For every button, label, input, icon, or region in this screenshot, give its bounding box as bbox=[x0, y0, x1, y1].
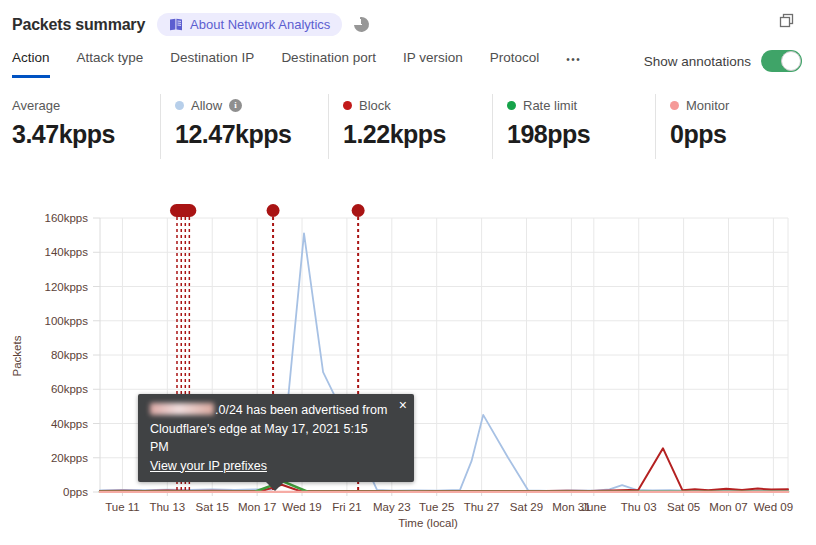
tab-action[interactable]: Action bbox=[12, 50, 50, 78]
tab-protocol[interactable]: Protocol bbox=[490, 50, 540, 78]
info-icon[interactable]: i bbox=[229, 99, 242, 112]
show-annotations-label: Show annotations bbox=[644, 54, 751, 69]
y-tick-label: 20kpps bbox=[51, 452, 88, 464]
y-tick-label: 120kpps bbox=[45, 281, 89, 293]
x-tick-label: Sat 29 bbox=[510, 501, 543, 513]
stat-label: Monitor bbox=[686, 98, 729, 113]
view-ip-prefixes-link[interactable]: View your IP prefixes bbox=[150, 459, 267, 473]
y-axis-title: Packets bbox=[11, 335, 23, 376]
more-tabs-button[interactable]: ••• bbox=[566, 50, 581, 78]
tooltip-line-2: Cloudflare's edge at May 17, 2021 5:15 P… bbox=[150, 420, 388, 457]
toggle-knob bbox=[781, 51, 801, 71]
stat-label: Block bbox=[359, 98, 391, 113]
page-header: Packets summary About Network Analytics bbox=[0, 0, 816, 36]
stat-label: Rate limit bbox=[523, 98, 577, 113]
stat-value: 12.47kpps bbox=[175, 120, 320, 149]
stat-value: 1.22kpps bbox=[343, 120, 484, 149]
x-tick-label: Wed 09 bbox=[754, 501, 793, 513]
tab-destination-ip[interactable]: Destination IP bbox=[170, 50, 254, 78]
annotation-marker[interactable] bbox=[267, 204, 280, 217]
x-tick-label: Thu 13 bbox=[149, 501, 185, 513]
stat-monitor: Monitor 0pps bbox=[655, 94, 800, 159]
redacted-ip-prefix bbox=[150, 403, 214, 415]
x-tick-label: Thu 27 bbox=[464, 501, 500, 513]
y-tick-label: 0pps bbox=[63, 486, 88, 498]
x-tick-label: Wed 19 bbox=[282, 501, 321, 513]
x-tick-label: Tue 11 bbox=[105, 501, 140, 513]
tab-attack-type[interactable]: Attack type bbox=[77, 50, 144, 78]
tooltip-line-1: .0/24 has been advertised from bbox=[150, 401, 388, 420]
feedback-pie-icon[interactable] bbox=[354, 16, 370, 32]
x-tick-label: Mon 07 bbox=[709, 501, 747, 513]
badge-label: About Network Analytics bbox=[190, 17, 330, 32]
stat-label: Allow bbox=[191, 98, 222, 113]
x-tick-label: May 23 bbox=[373, 501, 411, 513]
x-tick-label: June bbox=[581, 501, 606, 513]
stat-value: 0pps bbox=[670, 120, 792, 149]
x-tick-label: Sat 05 bbox=[667, 501, 700, 513]
stat-rate-limit: Rate limit 198pps bbox=[492, 94, 655, 159]
rate-limit-legend-dot bbox=[507, 101, 516, 110]
stat-average: Average 3.47kpps bbox=[0, 94, 160, 159]
x-tick-label: Tue 25 bbox=[419, 501, 454, 513]
x-tick-label: Thu 03 bbox=[621, 501, 657, 513]
summary-stats-row: Average 3.47kpps Allow i 12.47kpps Block… bbox=[0, 94, 816, 159]
y-tick-label: 40kpps bbox=[51, 418, 88, 430]
stat-label: Average bbox=[12, 98, 60, 113]
y-tick-label: 80kpps bbox=[51, 349, 88, 361]
stat-value: 198pps bbox=[507, 120, 647, 149]
monitor-legend-dot bbox=[670, 101, 679, 110]
about-network-analytics-badge[interactable]: About Network Analytics bbox=[157, 13, 342, 36]
block-legend-dot bbox=[343, 101, 352, 110]
y-tick-label: 60kpps bbox=[51, 383, 88, 395]
tab-destination-port[interactable]: Destination port bbox=[281, 50, 376, 78]
book-icon bbox=[169, 18, 183, 31]
y-tick-label: 100kpps bbox=[45, 315, 89, 327]
stat-value: 3.47kpps bbox=[12, 120, 152, 149]
show-annotations-toggle[interactable] bbox=[761, 50, 802, 72]
stat-allow: Allow i 12.47kpps bbox=[160, 94, 328, 159]
annotation-cluster-marker[interactable] bbox=[170, 204, 196, 217]
x-axis-title: Time (local) bbox=[398, 517, 458, 529]
annotation-tooltip: × .0/24 has been advertised from Cloudfl… bbox=[138, 394, 414, 482]
x-tick-label: Mon 17 bbox=[238, 501, 276, 513]
tab-ip-version[interactable]: IP version bbox=[403, 50, 463, 78]
tooltip-arrow bbox=[265, 481, 285, 491]
allow-legend-dot bbox=[175, 101, 184, 110]
stat-block: Block 1.22kpps bbox=[328, 94, 492, 159]
y-tick-label: 160kpps bbox=[45, 212, 89, 224]
page-title: Packets summary bbox=[12, 16, 145, 34]
annotation-marker[interactable] bbox=[352, 204, 365, 217]
y-tick-label: 140kpps bbox=[45, 246, 89, 258]
tooltip-close-button[interactable]: × bbox=[399, 398, 407, 412]
tab-bar: Action Attack type Destination IP Destin… bbox=[0, 36, 816, 78]
x-tick-label: Sat 15 bbox=[196, 501, 229, 513]
x-tick-label: Fri 21 bbox=[332, 501, 361, 513]
